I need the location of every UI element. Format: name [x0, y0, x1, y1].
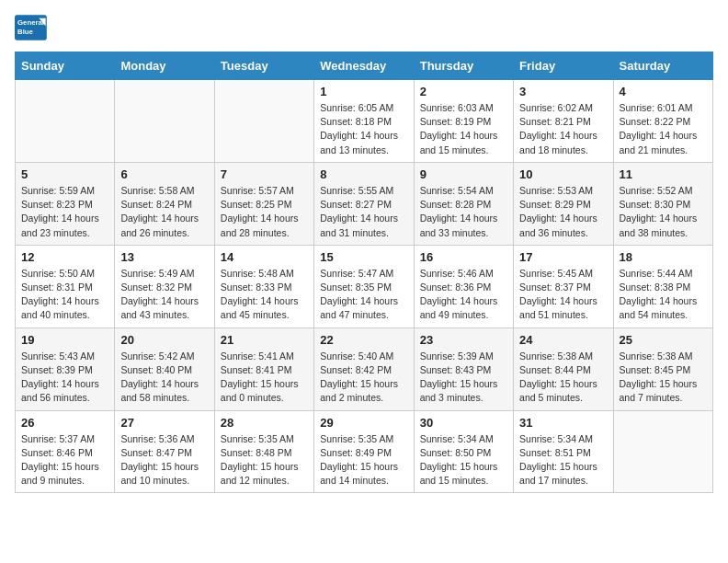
calendar-week-row: 19Sunrise: 5:43 AMSunset: 8:39 PMDayligh…	[16, 327, 713, 410]
day-of-week-header: Tuesday	[214, 52, 313, 80]
calendar-week-row: 12Sunrise: 5:50 AMSunset: 8:31 PMDayligh…	[16, 245, 713, 327]
day-number: 24	[519, 333, 607, 347]
day-detail: Sunrise: 5:44 AMSunset: 8:38 PMDaylight:…	[620, 267, 707, 323]
day-detail: Sunrise: 5:42 AMSunset: 8:40 PMDaylight:…	[120, 350, 208, 406]
day-detail: Sunrise: 5:48 AMSunset: 8:33 PMDaylight:…	[221, 267, 308, 323]
day-number: 4	[620, 85, 707, 98]
day-detail: Sunrise: 5:55 AMSunset: 8:27 PMDaylight:…	[320, 184, 407, 240]
day-number: 25	[620, 333, 707, 347]
day-number: 7	[221, 167, 308, 181]
day-number: 10	[519, 167, 607, 181]
day-detail: Sunrise: 5:39 AMSunset: 8:43 PMDaylight:…	[420, 350, 507, 406]
day-detail: Sunrise: 5:40 AMSunset: 8:42 PMDaylight:…	[320, 350, 407, 406]
day-number: 15	[320, 250, 407, 264]
calendar-day-cell: 5Sunrise: 5:59 AMSunset: 8:23 PMDaylight…	[16, 162, 115, 245]
day-number: 5	[21, 167, 108, 181]
day-detail: Sunrise: 5:46 AMSunset: 8:36 PMDaylight:…	[420, 267, 507, 323]
day-number: 28	[221, 416, 308, 430]
day-detail: Sunrise: 5:47 AMSunset: 8:35 PMDaylight:…	[320, 267, 407, 323]
day-number: 30	[420, 416, 507, 430]
day-detail: Sunrise: 5:58 AMSunset: 8:24 PMDaylight:…	[120, 184, 208, 240]
day-number: 19	[21, 333, 108, 347]
calendar-week-row: 26Sunrise: 5:37 AMSunset: 8:46 PMDayligh…	[16, 410, 713, 493]
day-detail: Sunrise: 5:52 AMSunset: 8:30 PMDaylight:…	[620, 184, 707, 240]
calendar-day-cell: 14Sunrise: 5:48 AMSunset: 8:33 PMDayligh…	[214, 245, 313, 327]
day-number: 13	[120, 250, 208, 264]
day-number: 31	[519, 416, 607, 430]
calendar-day-cell	[115, 80, 214, 163]
calendar-day-cell	[613, 410, 712, 493]
day-detail: Sunrise: 5:54 AMSunset: 8:28 PMDaylight:…	[420, 184, 507, 240]
day-number: 18	[620, 250, 707, 264]
svg-text:General: General	[17, 18, 44, 27]
calendar-header-row: SundayMondayTuesdayWednesdayThursdayFrid…	[16, 52, 713, 80]
page-header: General Blue	[15, 15, 713, 40]
day-of-week-header: Thursday	[414, 52, 513, 80]
calendar-day-cell: 29Sunrise: 5:35 AMSunset: 8:49 PMDayligh…	[314, 410, 414, 493]
day-detail: Sunrise: 5:59 AMSunset: 8:23 PMDaylight:…	[21, 184, 108, 240]
calendar-week-row: 5Sunrise: 5:59 AMSunset: 8:23 PMDaylight…	[16, 162, 713, 245]
calendar-day-cell: 2Sunrise: 6:03 AMSunset: 8:19 PMDaylight…	[414, 80, 513, 163]
calendar-day-cell: 1Sunrise: 6:05 AMSunset: 8:18 PMDaylight…	[314, 80, 414, 163]
day-detail: Sunrise: 5:35 AMSunset: 8:48 PMDaylight:…	[221, 432, 308, 488]
day-detail: Sunrise: 6:02 AMSunset: 8:21 PMDaylight:…	[519, 101, 607, 157]
calendar-week-row: 1Sunrise: 6:05 AMSunset: 8:18 PMDaylight…	[16, 80, 713, 163]
calendar-day-cell: 24Sunrise: 5:38 AMSunset: 8:44 PMDayligh…	[514, 327, 613, 410]
day-detail: Sunrise: 6:05 AMSunset: 8:18 PMDaylight:…	[320, 101, 407, 157]
logo: General Blue	[15, 15, 48, 40]
day-detail: Sunrise: 5:38 AMSunset: 8:44 PMDaylight:…	[519, 350, 607, 406]
day-of-week-header: Friday	[514, 52, 613, 80]
day-detail: Sunrise: 5:37 AMSunset: 8:46 PMDaylight:…	[21, 432, 108, 488]
day-detail: Sunrise: 5:34 AMSunset: 8:51 PMDaylight:…	[519, 432, 607, 488]
calendar-table: SundayMondayTuesdayWednesdayThursdayFrid…	[15, 52, 713, 493]
calendar-day-cell: 3Sunrise: 6:02 AMSunset: 8:21 PMDaylight…	[514, 80, 613, 163]
day-number: 2	[420, 85, 507, 98]
calendar-day-cell: 19Sunrise: 5:43 AMSunset: 8:39 PMDayligh…	[16, 327, 115, 410]
day-number: 9	[420, 167, 507, 181]
day-detail: Sunrise: 5:35 AMSunset: 8:49 PMDaylight:…	[320, 432, 407, 488]
day-number: 21	[221, 333, 308, 347]
calendar-day-cell	[214, 80, 313, 163]
calendar-day-cell: 18Sunrise: 5:44 AMSunset: 8:38 PMDayligh…	[613, 245, 712, 327]
day-number: 17	[519, 250, 607, 264]
calendar-day-cell: 26Sunrise: 5:37 AMSunset: 8:46 PMDayligh…	[16, 410, 115, 493]
calendar-day-cell: 31Sunrise: 5:34 AMSunset: 8:51 PMDayligh…	[514, 410, 613, 493]
day-detail: Sunrise: 5:34 AMSunset: 8:50 PMDaylight:…	[420, 432, 507, 488]
calendar-day-cell: 10Sunrise: 5:53 AMSunset: 8:29 PMDayligh…	[514, 162, 613, 245]
day-number: 3	[519, 85, 607, 98]
calendar-day-cell: 28Sunrise: 5:35 AMSunset: 8:48 PMDayligh…	[214, 410, 313, 493]
day-number: 20	[120, 333, 208, 347]
day-number: 23	[420, 333, 507, 347]
day-detail: Sunrise: 5:53 AMSunset: 8:29 PMDaylight:…	[519, 184, 607, 240]
day-detail: Sunrise: 5:50 AMSunset: 8:31 PMDaylight:…	[21, 267, 108, 323]
day-number: 22	[320, 333, 407, 347]
day-number: 11	[620, 167, 707, 181]
day-number: 8	[320, 167, 407, 181]
day-number: 14	[221, 250, 308, 264]
calendar-day-cell: 6Sunrise: 5:58 AMSunset: 8:24 PMDaylight…	[115, 162, 214, 245]
calendar-day-cell: 21Sunrise: 5:41 AMSunset: 8:41 PMDayligh…	[214, 327, 313, 410]
calendar-day-cell: 17Sunrise: 5:45 AMSunset: 8:37 PMDayligh…	[514, 245, 613, 327]
calendar-day-cell: 27Sunrise: 5:36 AMSunset: 8:47 PMDayligh…	[115, 410, 214, 493]
day-detail: Sunrise: 6:01 AMSunset: 8:22 PMDaylight:…	[620, 101, 707, 157]
day-of-week-header: Wednesday	[314, 52, 414, 80]
calendar-day-cell: 23Sunrise: 5:39 AMSunset: 8:43 PMDayligh…	[414, 327, 513, 410]
day-detail: Sunrise: 5:43 AMSunset: 8:39 PMDaylight:…	[21, 350, 108, 406]
calendar-day-cell: 25Sunrise: 5:38 AMSunset: 8:45 PMDayligh…	[613, 327, 712, 410]
calendar-day-cell: 4Sunrise: 6:01 AMSunset: 8:22 PMDaylight…	[613, 80, 712, 163]
day-number: 27	[120, 416, 208, 430]
calendar-day-cell: 22Sunrise: 5:40 AMSunset: 8:42 PMDayligh…	[314, 327, 414, 410]
day-number: 26	[21, 416, 108, 430]
day-number: 16	[420, 250, 507, 264]
calendar-day-cell: 11Sunrise: 5:52 AMSunset: 8:30 PMDayligh…	[613, 162, 712, 245]
day-detail: Sunrise: 5:45 AMSunset: 8:37 PMDaylight:…	[519, 267, 607, 323]
day-detail: Sunrise: 5:57 AMSunset: 8:25 PMDaylight:…	[221, 184, 308, 240]
day-number: 6	[120, 167, 208, 181]
day-number: 1	[320, 85, 407, 98]
calendar-day-cell: 12Sunrise: 5:50 AMSunset: 8:31 PMDayligh…	[16, 245, 115, 327]
logo-icon: General Blue	[15, 15, 48, 40]
day-of-week-header: Saturday	[613, 52, 712, 80]
day-of-week-header: Monday	[115, 52, 214, 80]
day-detail: Sunrise: 5:49 AMSunset: 8:32 PMDaylight:…	[120, 267, 208, 323]
calendar-day-cell: 15Sunrise: 5:47 AMSunset: 8:35 PMDayligh…	[314, 245, 414, 327]
